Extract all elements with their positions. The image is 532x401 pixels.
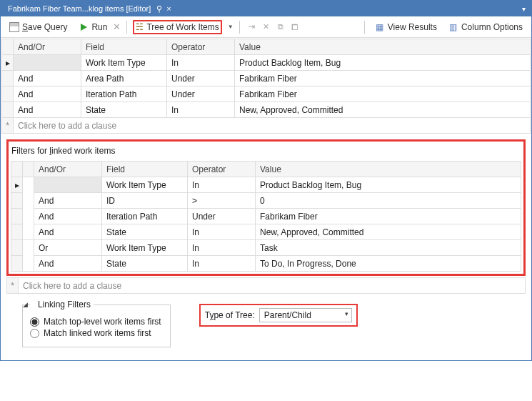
op-cell[interactable]: In [167,102,235,118]
save-icon [9,22,19,32]
grid-icon [375,22,385,32]
delete-clause-icon[interactable]: ✕ [260,21,273,34]
titlebar: Fabrikam Fiber Team...klog items [Editor… [1,1,531,16]
header-andor: And/Or [14,39,81,55]
value-cell[interactable]: Task [256,240,521,256]
table-row[interactable]: Or Work Item Type In Task [11,240,521,256]
match-linked-radio[interactable]: Match linked work items first [30,328,161,338]
type-of-tree-combo[interactable]: Parent/Child [259,308,352,322]
table-row[interactable]: And Iteration Path Under Fabrikam Fiber [2,86,531,102]
table-row[interactable]: And Iteration Path Under Fabrikam Fiber [11,209,521,224]
row-selector[interactable] [11,224,23,240]
andor-cell[interactable]: And [34,224,102,240]
field-cell[interactable]: Work Item Type [102,177,188,193]
op-cell[interactable]: In [188,224,256,240]
field-cell[interactable]: Area Path [81,71,167,86]
stop-icon: ✕ [113,21,121,32]
table-row[interactable]: And State In New, Approved, Committed [2,102,531,118]
value-cell[interactable]: 0 [256,193,521,209]
pin-icon[interactable]: ⚲ [156,4,162,14]
row-selector[interactable] [11,256,23,272]
table-row[interactable]: And ID > 0 [11,193,521,209]
field-cell[interactable]: Work Item Type [81,55,167,71]
insert-clause-icon[interactable]: ⇥ [246,21,259,34]
radio-input[interactable] [30,329,39,338]
row-selector[interactable] [2,86,14,102]
andor-cell[interactable]: And [14,86,81,102]
andor-cell[interactable]: Or [34,240,102,256]
header-value: Value [235,39,531,55]
value-cell[interactable]: Fabrikam Fiber [235,71,531,86]
field-cell[interactable]: State [102,224,188,240]
add-clause-row[interactable]: * Click here to add a clause [2,118,531,134]
run-button[interactable]: Run [74,21,111,34]
linked-title: Filters for linked work items [10,143,522,160]
add-clause-text[interactable]: Click here to add a clause [19,278,526,294]
view-results-button[interactable]: View Results [371,21,441,34]
separator [126,21,127,34]
row-selector[interactable]: ▸ [11,177,23,193]
field-cell[interactable]: Iteration Path [102,209,188,224]
table-row[interactable]: ▸ Work Item Type In Product Backlog Item… [2,55,531,71]
row-selector[interactable] [11,240,23,256]
andor-cell[interactable] [14,55,81,71]
andor-cell[interactable]: And [34,256,102,272]
match-top-level-radio[interactable]: Match top-level work items first [30,317,161,327]
radio-input[interactable] [30,317,39,327]
query-type-dropdown[interactable]: ☵ Tree of Work Items [133,20,221,34]
field-cell[interactable]: State [102,256,188,272]
op-cell[interactable]: In [188,256,256,272]
document-tab[interactable]: Fabrikam Fiber Team...klog items [Editor… [4,1,176,16]
andor-cell[interactable]: And [34,209,102,224]
op-cell[interactable]: In [167,55,235,71]
andor-cell[interactable]: And [14,102,81,118]
field-cell[interactable]: ID [102,193,188,209]
value-cell[interactable]: To Do, In Progress, Done [256,256,521,272]
query-type-label: Tree of Work Items [146,22,219,32]
table-row[interactable]: ▸ Work Item Type In Product Backlog Item… [11,177,521,193]
value-cell[interactable]: Fabrikam Fiber [256,209,521,224]
andor-cell[interactable]: And [34,193,102,209]
op-cell[interactable]: > [188,193,256,209]
op-cell[interactable]: Under [188,209,256,224]
value-cell[interactable]: New, Approved, Committed [256,224,521,240]
new-row-icon: * [7,278,19,294]
row-selector[interactable] [2,102,14,118]
disclosure-icon[interactable]: ◢ [23,301,28,308]
table-row[interactable]: And Area Path Under Fabrikam Fiber [2,71,531,86]
andor-cell[interactable]: And [14,71,81,86]
column-options-button[interactable]: Column Options [444,21,527,34]
radio-label: Match top-level work items first [44,317,161,327]
tab-close-icon[interactable]: × [166,4,171,13]
field-cell[interactable]: State [81,102,167,118]
tab-overflow-icon[interactable]: ▾ [519,5,528,13]
field-cell[interactable]: Iteration Path [81,86,167,102]
linking-filters-section: ◢Linking Filters Match top-level work it… [22,299,523,347]
chevron-down-icon[interactable]: ▼ [228,24,234,30]
value-cell[interactable]: Product Backlog Item, Bug [256,177,521,193]
field-cell[interactable]: Work Item Type [102,240,188,256]
ungroup-icon[interactable]: ⧠ [288,21,301,34]
header-field: Field [102,162,188,177]
add-clause-row[interactable]: * Click here to add a clause [7,278,526,294]
op-cell[interactable]: Under [167,86,235,102]
andor-cell[interactable] [34,177,102,193]
row-selector[interactable] [2,71,14,86]
add-clause-text[interactable]: Click here to add a clause [14,118,531,134]
table-row[interactable]: And State In New, Approved, Committed [11,224,521,240]
play-icon [79,22,89,32]
group-bracket [23,177,34,240]
value-cell[interactable]: Fabrikam Fiber [235,86,531,102]
op-cell[interactable]: Under [167,71,235,86]
group-icon[interactable]: ⧉ [274,21,287,34]
row-selector[interactable] [11,209,23,224]
value-cell[interactable]: Product Backlog Item, Bug [235,55,531,71]
op-cell[interactable]: In [188,240,256,256]
op-cell[interactable]: In [188,177,256,193]
run-label: Run [91,22,107,32]
save-query-button[interactable]: Save Query [5,21,71,34]
row-selector[interactable] [11,193,23,209]
value-cell[interactable]: New, Approved, Committed [235,102,531,118]
row-selector[interactable]: ▸ [2,55,14,71]
table-row[interactable]: And State In To Do, In Progress, Done [11,256,521,272]
